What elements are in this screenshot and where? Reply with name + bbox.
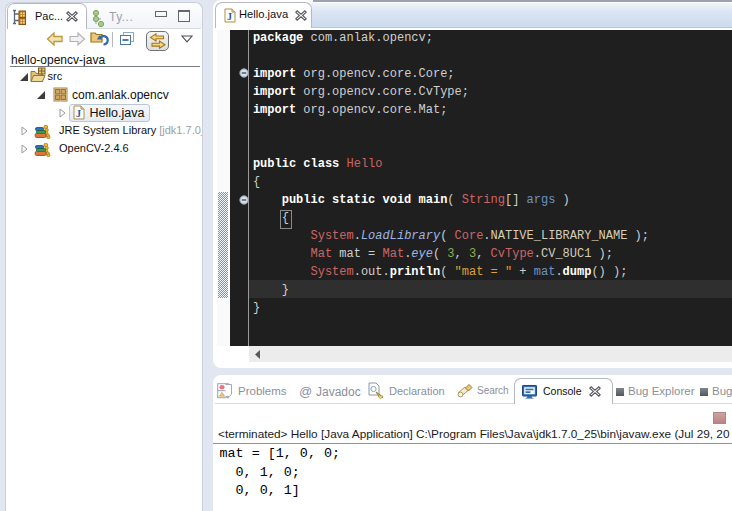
svg-text:J: J — [227, 11, 232, 22]
svg-text:J: J — [76, 108, 81, 119]
